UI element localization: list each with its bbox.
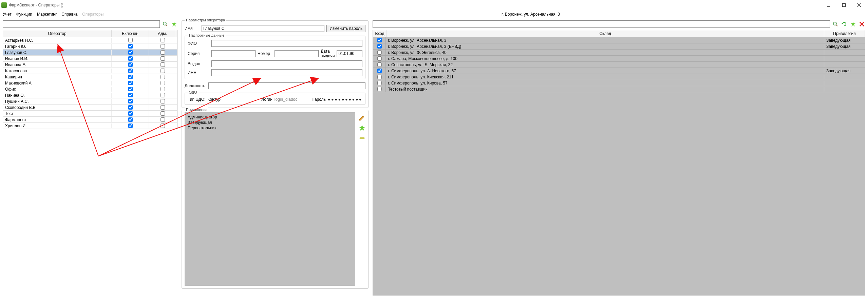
- warehouse-row[interactable]: г. Симферополь, ул. Кирова, 57: [373, 80, 865, 86]
- privilege-item[interactable]: Заведующая: [188, 120, 352, 125]
- maximize-button[interactable]: [836, 0, 851, 10]
- operator-admin-checkbox[interactable]: [161, 50, 165, 55]
- delete-wh-icon[interactable]: [858, 21, 865, 27]
- privilege-item[interactable]: Первостольник: [188, 126, 352, 130]
- operator-enabled-checkbox[interactable]: [128, 105, 133, 110]
- warehouse-row[interactable]: г. Самара, Московское шоссе, д. 100: [373, 56, 865, 62]
- operator-row[interactable]: Иванов И.И.: [3, 56, 177, 62]
- operator-enabled-checkbox[interactable]: [128, 117, 133, 122]
- operator-enabled-checkbox[interactable]: [128, 111, 133, 116]
- issued-by-input[interactable]: [211, 60, 362, 67]
- operator-enabled-checkbox[interactable]: [128, 99, 133, 103]
- operator-row[interactable]: Пушкин А.С.: [3, 98, 177, 105]
- operator-row[interactable]: Глазунов С.: [3, 50, 177, 56]
- operator-row[interactable]: Панина О.: [3, 92, 177, 98]
- menu-func[interactable]: Функции: [16, 12, 32, 17]
- edit-icon[interactable]: [359, 114, 365, 121]
- operator-enabled-checkbox[interactable]: [128, 75, 133, 79]
- operator-row[interactable]: Макиевский А.: [3, 80, 177, 86]
- warehouse-row[interactable]: г. Севастополь, ул. Б. Морская, 32: [373, 62, 865, 68]
- privilege-item[interactable]: Администратор: [188, 115, 352, 119]
- operator-enabled-checkbox[interactable]: [128, 56, 133, 61]
- col-privilege[interactable]: Привилегия: [824, 30, 865, 37]
- menu-marketing[interactable]: Маркетинг: [37, 12, 57, 17]
- operators-search-input[interactable]: [3, 20, 160, 28]
- operator-enabled-checkbox[interactable]: [128, 124, 133, 128]
- operator-row[interactable]: Тест: [3, 111, 177, 117]
- close-button[interactable]: [851, 0, 867, 10]
- operator-admin-checkbox[interactable]: [161, 99, 165, 103]
- warehouse-row[interactable]: г. Симферополь, ул. А. Невского, 57Завед…: [373, 68, 865, 74]
- operator-admin-checkbox[interactable]: [161, 93, 165, 97]
- add-priv-icon[interactable]: [359, 125, 365, 131]
- operator-enabled-checkbox[interactable]: [128, 62, 133, 67]
- operator-row[interactable]: Гагарин Ю.: [3, 43, 177, 50]
- minimize-button[interactable]: [821, 0, 836, 10]
- operator-enabled-checkbox[interactable]: [128, 38, 133, 42]
- search-icon[interactable]: [162, 21, 169, 27]
- warehouse-in-checkbox[interactable]: [377, 87, 382, 91]
- operator-row[interactable]: Хриплов И.: [3, 123, 177, 129]
- add-icon[interactable]: [171, 21, 177, 27]
- warehouse-in-checkbox[interactable]: [377, 62, 382, 67]
- series-input[interactable]: [211, 50, 256, 57]
- operator-row[interactable]: Каширин: [3, 74, 177, 80]
- operator-enabled-checkbox[interactable]: [128, 69, 133, 73]
- warehouse-in-checkbox[interactable]: [377, 44, 382, 49]
- col-admin[interactable]: Адм.: [149, 30, 176, 37]
- issue-date-input[interactable]: [337, 50, 362, 57]
- operator-admin-checkbox[interactable]: [161, 81, 165, 85]
- operator-admin-checkbox[interactable]: [161, 111, 165, 116]
- menu-help[interactable]: Справка: [61, 12, 77, 17]
- menu-uchet[interactable]: Учет: [3, 12, 12, 17]
- name-input[interactable]: [202, 25, 324, 32]
- fio-input[interactable]: [211, 40, 362, 47]
- warehouse-in-checkbox[interactable]: [377, 69, 382, 73]
- col-warehouse[interactable]: Склад: [387, 30, 824, 37]
- warehouse-row[interactable]: г. Воронеж, ул. Арсенальная, 3Заведующая: [373, 37, 865, 43]
- col-in[interactable]: Вход: [373, 30, 386, 37]
- operator-enabled-checkbox[interactable]: [128, 93, 133, 97]
- operator-admin-checkbox[interactable]: [161, 117, 165, 122]
- operator-row[interactable]: Астафьев Н.С.: [3, 37, 177, 43]
- operator-enabled-checkbox[interactable]: [128, 87, 133, 91]
- operator-row[interactable]: Фармацевт: [3, 117, 177, 123]
- operator-admin-checkbox[interactable]: [161, 69, 165, 73]
- warehouse-in-checkbox[interactable]: [377, 50, 382, 55]
- warehouse-row[interactable]: Тестовый поставщик: [373, 86, 865, 92]
- operator-row[interactable]: Сковородин В.В.: [3, 105, 177, 111]
- operator-admin-checkbox[interactable]: [161, 62, 165, 67]
- operator-admin-checkbox[interactable]: [161, 124, 165, 128]
- warehouse-in-checkbox[interactable]: [377, 81, 382, 85]
- add-wh-icon[interactable]: [850, 21, 856, 27]
- operator-admin-checkbox[interactable]: [161, 38, 165, 42]
- operator-enabled-checkbox[interactable]: [128, 44, 133, 49]
- operator-row[interactable]: Офис: [3, 86, 177, 92]
- operator-admin-checkbox[interactable]: [161, 75, 165, 79]
- col-enabled[interactable]: Включен: [112, 30, 149, 37]
- operator-row[interactable]: Иванова Е.: [3, 62, 177, 68]
- operator-admin-checkbox[interactable]: [161, 87, 165, 91]
- operator-admin-checkbox[interactable]: [161, 44, 165, 49]
- change-password-button[interactable]: Изменить пароль: [326, 25, 365, 32]
- position-input[interactable]: [208, 82, 365, 89]
- operator-enabled-checkbox[interactable]: [128, 50, 133, 55]
- warehouse-search-input[interactable]: [373, 20, 830, 28]
- refresh-icon[interactable]: [841, 21, 848, 27]
- operator-admin-checkbox[interactable]: [161, 105, 165, 110]
- warehouse-row[interactable]: г. Воронеж, ул. Ф. Энгельса, 40: [373, 50, 865, 56]
- privileges-list[interactable]: АдминистраторЗаведующаяПервостольник: [185, 112, 355, 286]
- search-icon[interactable]: [832, 21, 839, 27]
- operator-admin-checkbox[interactable]: [161, 56, 165, 61]
- warehouse-row[interactable]: г. Симферополь, ул. Киевская, 211: [373, 74, 865, 80]
- warehouse-in-checkbox[interactable]: [377, 38, 382, 42]
- operator-row[interactable]: Катасонова: [3, 68, 177, 74]
- warehouse-in-checkbox[interactable]: [377, 75, 382, 79]
- col-operator[interactable]: Оператор: [3, 30, 112, 37]
- number-input[interactable]: [275, 50, 319, 57]
- warehouse-in-checkbox[interactable]: [377, 56, 382, 61]
- inn-input[interactable]: [211, 69, 362, 76]
- operator-enabled-checkbox[interactable]: [128, 81, 133, 85]
- warehouse-row[interactable]: г. Воронеж, ул. Арсенальная, 3 (ЕНВД)Зав…: [373, 43, 865, 50]
- remove-priv-icon[interactable]: [359, 135, 365, 141]
